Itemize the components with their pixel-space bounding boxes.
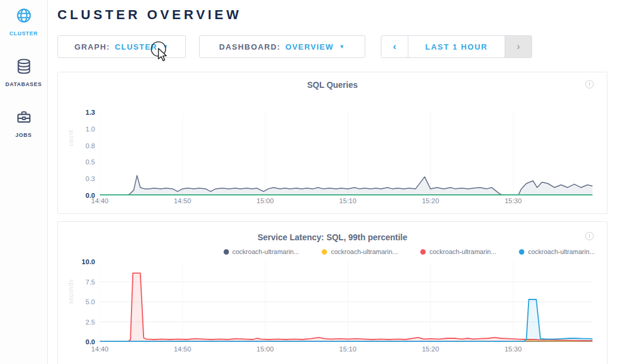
info-icon[interactable]: ! bbox=[585, 80, 594, 88]
sidebar: CLUSTER DATABASES JOBS bbox=[0, 0, 48, 364]
y-tick-label: 1.0 bbox=[85, 124, 95, 134]
briefcase-icon bbox=[16, 109, 32, 128]
sidebar-item-label: CLUSTER bbox=[10, 30, 38, 36]
dashboard-dropdown-label: DASHBOARD: bbox=[219, 42, 280, 51]
legend-dot-icon bbox=[322, 249, 327, 255]
dashboard-dropdown[interactable]: DASHBOARD: OVERVIEW ▼ bbox=[199, 35, 365, 58]
x-tick-label: 15:30 bbox=[505, 197, 522, 204]
y-tick-label: 0.5 bbox=[85, 157, 95, 167]
chevron-down-icon: ▼ bbox=[339, 44, 345, 50]
legend-item[interactable]: cockroach-ultramarin... bbox=[420, 248, 496, 255]
chart-card-sql-queries: SQL Queries ! count 1.31.00.80.50.30.0 1… bbox=[57, 72, 607, 214]
legend-item[interactable]: cockroach-ultramarin... bbox=[519, 248, 595, 255]
time-prev-button[interactable]: ‹ bbox=[381, 36, 408, 57]
y-tick-label: 7.5 bbox=[85, 277, 95, 287]
controls-bar: GRAPH: CLUSTER ▼ DASHBOARD: OVERVIEW ▼ ‹… bbox=[57, 35, 607, 58]
chart-card-service-latency: Service Latency: SQL, 99th percentile ! … bbox=[57, 221, 607, 364]
y-axis-ticks: 1.31.00.80.50.30.0 bbox=[70, 108, 95, 200]
graph-dropdown-label: GRAPH: bbox=[74, 42, 110, 51]
x-axis-ticks: 14:4014:5015:0015:1015:2015:30 bbox=[100, 345, 592, 355]
legend-item[interactable]: cockroach-ultramarin... bbox=[224, 248, 300, 255]
x-tick-label: 15:20 bbox=[422, 197, 439, 204]
databases-icon bbox=[16, 58, 32, 77]
y-tick-label: 1.3 bbox=[85, 108, 95, 117]
legend-label: cockroach-ultramarin... bbox=[528, 248, 595, 255]
time-range-selector: ‹ LAST 1 HOUR › bbox=[381, 35, 532, 58]
globe-icon bbox=[16, 7, 32, 26]
x-tick-label: 15:10 bbox=[339, 197, 356, 204]
legend-label: cockroach-ultramarin... bbox=[331, 248, 398, 255]
x-axis-ticks: 14:4014:5015:0015:1015:2015:30 bbox=[100, 197, 592, 207]
y-tick-label: 2.5 bbox=[85, 317, 95, 327]
y-tick-label: 5.0 bbox=[85, 297, 95, 307]
legend-dot-icon bbox=[224, 249, 229, 255]
x-tick-label: 14:50 bbox=[174, 345, 191, 353]
page-title: CLUSTER OVERVIEW bbox=[57, 7, 607, 23]
main-content: CLUSTER OVERVIEW GRAPH: CLUSTER ▼ DASHBO… bbox=[48, 0, 617, 364]
time-next-button[interactable]: › bbox=[505, 36, 532, 57]
graph-dropdown-value: CLUSTER bbox=[115, 42, 157, 51]
chart-title: SQL Queries bbox=[58, 80, 607, 90]
legend-item[interactable]: cockroach-ultramarin... bbox=[322, 248, 398, 255]
chevron-down-icon: ▼ bbox=[163, 44, 169, 50]
x-tick-label: 15:30 bbox=[505, 345, 522, 353]
graph-dropdown[interactable]: GRAPH: CLUSTER ▼ bbox=[57, 35, 186, 58]
x-tick-label: 15:00 bbox=[256, 345, 274, 353]
legend-label: cockroach-ultramarin... bbox=[429, 248, 496, 255]
legend-dot-icon bbox=[519, 249, 524, 255]
sql-queries-plot[interactable] bbox=[100, 112, 592, 195]
x-tick-label: 15:10 bbox=[339, 345, 356, 353]
y-tick-label: 10.0 bbox=[82, 257, 95, 267]
x-tick-label: 15:00 bbox=[256, 197, 274, 204]
x-tick-label: 14:40 bbox=[91, 345, 109, 353]
y-tick-label: 0.8 bbox=[85, 141, 95, 151]
sidebar-item-label: JOBS bbox=[16, 132, 32, 138]
y-axis-ticks: 10.07.55.02.50.0 bbox=[70, 257, 95, 347]
legend-dot-icon bbox=[420, 249, 426, 255]
sidebar-item-cluster[interactable]: CLUSTER bbox=[10, 7, 38, 36]
info-icon[interactable]: ! bbox=[585, 232, 594, 240]
sidebar-item-jobs[interactable]: JOBS bbox=[16, 109, 32, 138]
x-tick-label: 14:50 bbox=[174, 197, 191, 204]
sidebar-item-label: DATABASES bbox=[5, 81, 42, 87]
sidebar-item-databases[interactable]: DATABASES bbox=[5, 58, 42, 87]
y-tick-label: 0.3 bbox=[85, 174, 95, 183]
chart-legend: cockroach-ultramarin...cockroach-ultrama… bbox=[224, 248, 595, 255]
service-latency-plot[interactable] bbox=[100, 262, 592, 342]
dashboard-dropdown-value: OVERVIEW bbox=[285, 42, 334, 51]
chart-title: Service Latency: SQL, 99th percentile bbox=[58, 233, 607, 242]
x-tick-label: 14:40 bbox=[91, 197, 109, 204]
x-tick-label: 15:20 bbox=[422, 345, 439, 353]
legend-label: cockroach-ultramarin... bbox=[233, 248, 300, 255]
time-range-display[interactable]: LAST 1 HOUR bbox=[408, 36, 505, 57]
